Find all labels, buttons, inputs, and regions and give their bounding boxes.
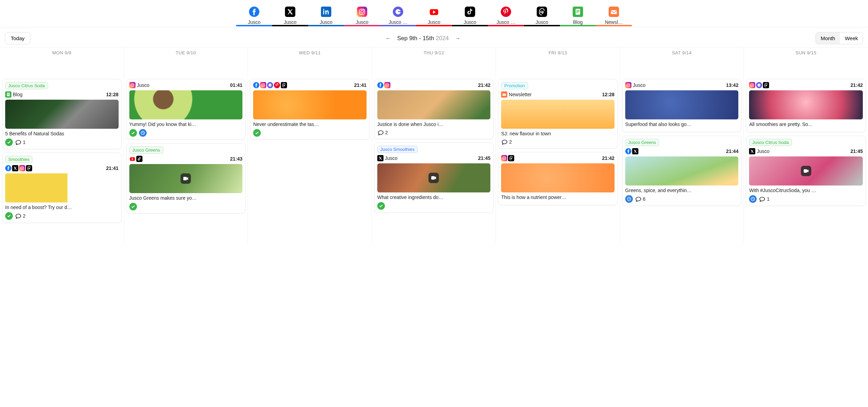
campaign-tag[interactable]: Smoothies [5, 156, 33, 163]
channel-label: Newsl… [605, 19, 623, 25]
channel-blog[interactable]: Blog [566, 6, 590, 25]
post-card[interactable]: 21:41Never underestimate the tas… [250, 79, 370, 140]
day-column[interactable]: Jusco13:42Superfood that also looks go…J… [620, 58, 744, 245]
day-column[interactable]: Jusco01:41Yummy! Did you know that ki…Ju… [124, 58, 248, 245]
prev-week-button[interactable]: ← [385, 35, 391, 42]
day-column[interactable]: 21:41Never underestimate the tas… [248, 58, 372, 245]
channel-underline [272, 25, 308, 26]
post-card[interactable]: Jusco01:41Yummy! Did you know that ki… [126, 79, 246, 140]
threads-icon [536, 6, 547, 17]
post-thumbnail[interactable] [5, 100, 119, 129]
threads-icon [508, 155, 514, 161]
comment-count[interactable]: 2 [15, 212, 26, 219]
channel-label: Jusco [356, 19, 369, 25]
next-week-button[interactable]: → [455, 35, 461, 42]
post-card[interactable]: Jusco Citrus SodaBlog12:285 Benefits of … [2, 79, 122, 149]
campaign-tag[interactable]: Jusco Smoothies [377, 146, 418, 153]
channel-label: Jusco … [389, 19, 407, 25]
post-time: 12:28 [106, 92, 119, 97]
post-thumbnail[interactable] [501, 163, 615, 192]
campaign-tag[interactable]: Jusco Citrus Soda [749, 139, 792, 146]
post-card[interactable]: 21:42All smoothies are pretty. So… [746, 79, 866, 132]
post-time: 21:45 [850, 148, 863, 154]
day-header: WED 9/11 [248, 47, 372, 58]
post-time: 21:42 [602, 155, 615, 161]
week-view-button[interactable]: Week [840, 33, 863, 44]
post-caption: SJ: new flavour in town [501, 131, 615, 136]
post-thumbnail[interactable] [129, 164, 243, 193]
post-card[interactable]: 21:42Justice is done when Jusco i…2 [374, 79, 494, 139]
pinterest-icon [274, 82, 280, 88]
svg-rect-66 [749, 82, 755, 88]
svg-rect-54 [501, 155, 507, 161]
post-card[interactable]: 21:42This is how a nutrient power… [498, 152, 618, 205]
post-card[interactable]: Jusco Citrus SodaJusco21:45With #JuscoCi… [746, 136, 866, 206]
account-name: Jusco [757, 148, 769, 154]
post-caption: With #JuscoCitrusSoda, you … [749, 188, 863, 193]
post-card[interactable]: PromotionNewsletter12:28SJ: new flavour … [498, 79, 618, 148]
comment-count[interactable]: 2 [377, 129, 388, 136]
date-range: Sep 9th - 15th 2024 [397, 35, 449, 42]
svg-rect-9 [465, 7, 475, 17]
channel-newsletter[interactable]: Newsl… [602, 6, 626, 25]
channel-label: Jusco … [497, 19, 515, 25]
post-thumbnail[interactable] [749, 90, 863, 119]
month-view-button[interactable]: Month [816, 33, 840, 44]
day-header: MON 9/9 [0, 47, 124, 58]
day-column[interactable]: PromotionNewsletter12:28SJ: new flavour … [496, 58, 620, 245]
campaign-tag[interactable]: Promotion [501, 82, 528, 89]
post-thumbnail[interactable] [501, 100, 615, 129]
facebook-icon [253, 82, 259, 88]
account-name: Newsletter [509, 92, 532, 97]
svg-rect-37 [183, 177, 187, 180]
status-approved-icon [377, 202, 385, 210]
channel-selector: Jusco Jusco Jusco Jusco Jusco … Jusco Ju… [0, 0, 868, 25]
post-thumbnail[interactable] [129, 90, 243, 119]
post-card[interactable]: Jusco Greens21:44Greens, spice, and ever… [622, 136, 742, 206]
post-card[interactable]: Jusco13:42Superfood that also looks go… [622, 79, 742, 132]
comment-count[interactable]: 1 [759, 196, 769, 202]
post-thumbnail[interactable] [625, 90, 739, 119]
post-thumbnail[interactable] [253, 90, 367, 119]
x-icon [285, 6, 296, 17]
channel-google[interactable]: Jusco … [386, 6, 410, 25]
comment-count[interactable]: 6 [635, 196, 646, 202]
linkedin-icon [321, 6, 332, 17]
post-card[interactable]: Smoothies21:41In need of a boost? Try ou… [2, 153, 122, 223]
x-icon [377, 155, 384, 161]
today-button[interactable]: Today [5, 32, 30, 44]
svg-rect-22 [7, 95, 9, 95]
post-card[interactable]: Jusco SmoothiesJusco21:45What creative i… [374, 143, 494, 213]
svg-rect-19 [7, 93, 10, 96]
post-caption: All smoothies are pretty. So… [749, 121, 863, 127]
post-time: 21:45 [478, 155, 490, 161]
tiktok-icon [464, 6, 475, 17]
channel-threads[interactable]: Jusco [530, 6, 554, 25]
post-thumbnail[interactable] [377, 163, 491, 192]
day-column[interactable]: Jusco Citrus SodaBlog12:285 Benefits of … [0, 58, 124, 245]
post-thumbnail[interactable] [749, 156, 863, 186]
channel-facebook[interactable]: Jusco [242, 6, 266, 25]
channel-youtube[interactable]: Jusco [422, 6, 446, 25]
channel-underline [524, 25, 560, 26]
campaign-tag[interactable]: Jusco Citrus Soda [5, 82, 48, 89]
comment-count[interactable]: 1 [15, 139, 26, 146]
post-thumbnail[interactable] [5, 173, 119, 202]
campaign-tag[interactable]: Jusco Greens [129, 146, 163, 154]
post-caption: This is how a nutrient power… [501, 195, 615, 200]
facebook-icon [377, 82, 384, 88]
comment-count[interactable]: 2 [501, 138, 512, 145]
post-card[interactable]: Jusco Greens21:43Jusco Greens makes sure… [126, 143, 246, 214]
channel-linkedin[interactable]: Jusco [314, 6, 338, 25]
post-caption: Jusco Greens makes sure yo… [129, 195, 243, 201]
channel-tiktok[interactable]: Jusco [458, 6, 482, 25]
post-thumbnail[interactable] [377, 90, 491, 119]
newsletter-icon [501, 91, 507, 98]
channel-pinterest[interactable]: Jusco … [494, 6, 518, 25]
post-thumbnail[interactable] [625, 156, 739, 186]
campaign-tag[interactable]: Jusco Greens [625, 139, 659, 146]
day-column[interactable]: 21:42All smoothies are pretty. So…Jusco … [744, 58, 868, 245]
day-column[interactable]: 21:42Justice is done when Jusco i…2Jusco… [372, 58, 496, 245]
channel-x[interactable]: Jusco [278, 6, 302, 25]
channel-instagram[interactable]: Jusco [350, 6, 374, 25]
